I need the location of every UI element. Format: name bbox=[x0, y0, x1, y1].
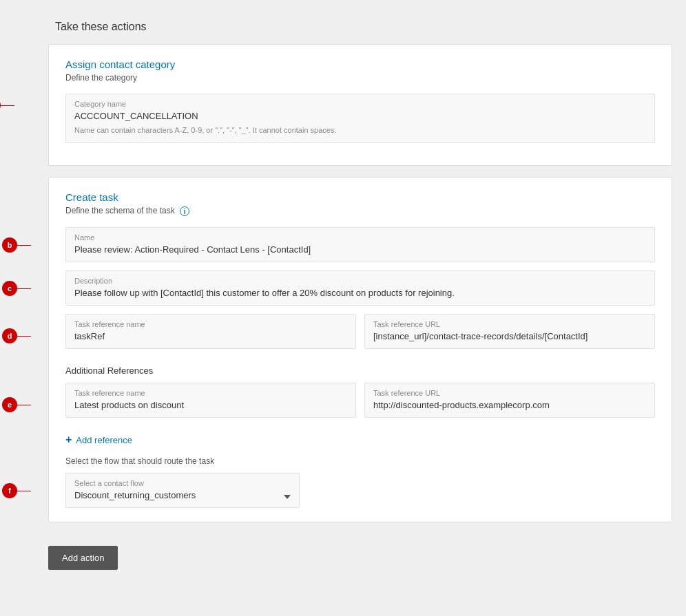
create-task-subtitle-row: Define the schema of the task i bbox=[65, 206, 655, 216]
create-task-subtitle: Define the schema of the task bbox=[65, 206, 175, 215]
additional-ref-url-label: Task reference URL bbox=[373, 389, 646, 397]
annotation-f: f bbox=[2, 483, 17, 498]
additional-ref-name-field[interactable]: Task reference name Latest products on d… bbox=[65, 383, 356, 418]
task-ref-row: d Task reference name taskRef Task refer… bbox=[65, 314, 655, 357]
assign-category-card: a Assign contact category Define the cat… bbox=[48, 44, 672, 166]
task-name-field[interactable]: Name Please review: Action-Required - Co… bbox=[65, 227, 655, 262]
flow-label: Select the flow that should route the ta… bbox=[65, 456, 655, 466]
add-reference-button[interactable]: + Add reference bbox=[65, 434, 132, 445]
annotation-d: d bbox=[2, 328, 17, 343]
category-name-field[interactable]: Category name ACCCOUNT_CANCELLATION Name… bbox=[65, 94, 655, 143]
additional-ref-row: e Task reference name Latest products on… bbox=[65, 383, 655, 426]
create-task-title: Create task bbox=[65, 191, 655, 203]
add-action-button[interactable]: Add action bbox=[48, 546, 118, 570]
chevron-down-icon bbox=[284, 495, 291, 499]
create-task-card: Create task Define the schema of the tas… bbox=[48, 177, 672, 522]
annotation-a-line bbox=[1, 105, 14, 106]
annotation-b: b bbox=[2, 237, 17, 253]
task-ref-name-field[interactable]: Task reference name taskRef bbox=[65, 314, 356, 349]
category-name-hint: Name can contain characters A-Z, 0-9, or… bbox=[74, 125, 646, 136]
task-name-label: Name bbox=[74, 233, 646, 242]
task-description-label: Description bbox=[74, 277, 646, 285]
contact-flow-select[interactable]: Select a contact flow Discount_returning… bbox=[65, 473, 300, 508]
task-ref-fields: Task reference name taskRef Task referen… bbox=[65, 314, 655, 357]
page-title: Take these actions bbox=[48, 14, 672, 33]
annotation-e: e bbox=[2, 397, 17, 412]
task-description-value: Please follow up with [ContactId] this c… bbox=[74, 288, 646, 298]
annotation-b-line bbox=[17, 245, 31, 246]
additional-ref-url-value: http://discounted-products.examplecorp.c… bbox=[373, 400, 646, 410]
description-field-row: c Description Please follow up with [Con… bbox=[65, 270, 655, 306]
assign-category-title: Assign contact category bbox=[65, 59, 655, 70]
annotation-c-line bbox=[17, 288, 31, 289]
task-description-field[interactable]: Description Please follow up with [Conta… bbox=[65, 270, 655, 306]
category-name-label: Category name bbox=[74, 100, 646, 108]
flow-select-row: f Select a contact flow Discount_returni… bbox=[65, 473, 655, 508]
annotation-c: c bbox=[2, 281, 17, 296]
plus-icon: + bbox=[65, 434, 72, 445]
name-field-row: b Name Please review: Action-Required - … bbox=[65, 227, 655, 262]
contact-flow-label: Select a contact flow bbox=[74, 479, 291, 487]
additional-ref-fields: Task reference name Latest products on d… bbox=[65, 383, 655, 426]
additional-ref-name-label: Task reference name bbox=[74, 389, 347, 397]
additional-references-label: Additional References bbox=[65, 365, 655, 376]
task-ref-url-value: [instance_url]/contact-trace-records/det… bbox=[373, 331, 646, 341]
task-name-value: Please review: Action-Required - Contact… bbox=[74, 244, 646, 255]
footer: Add action bbox=[48, 533, 672, 581]
task-ref-url-label: Task reference URL bbox=[373, 320, 646, 328]
task-ref-url-field[interactable]: Task reference URL [instance_url]/contac… bbox=[364, 314, 655, 349]
task-ref-name-label: Task reference name bbox=[74, 320, 347, 328]
annotation-f-line bbox=[17, 491, 31, 491]
contact-flow-value: Discount_returning_customers bbox=[74, 490, 291, 500]
additional-ref-url-field[interactable]: Task reference URL http://discounted-pro… bbox=[364, 383, 655, 418]
category-name-value: ACCCOUNT_CANCELLATION bbox=[74, 111, 646, 121]
info-icon[interactable]: i bbox=[180, 206, 189, 216]
task-ref-name-value: taskRef bbox=[74, 331, 347, 341]
assign-category-subtitle: Define the category bbox=[65, 73, 655, 83]
annotation-e-line bbox=[17, 405, 31, 405]
add-reference-label: Add reference bbox=[76, 435, 132, 445]
additional-ref-name-value: Latest products on discount bbox=[74, 400, 347, 410]
annotation-d-line bbox=[17, 336, 31, 337]
